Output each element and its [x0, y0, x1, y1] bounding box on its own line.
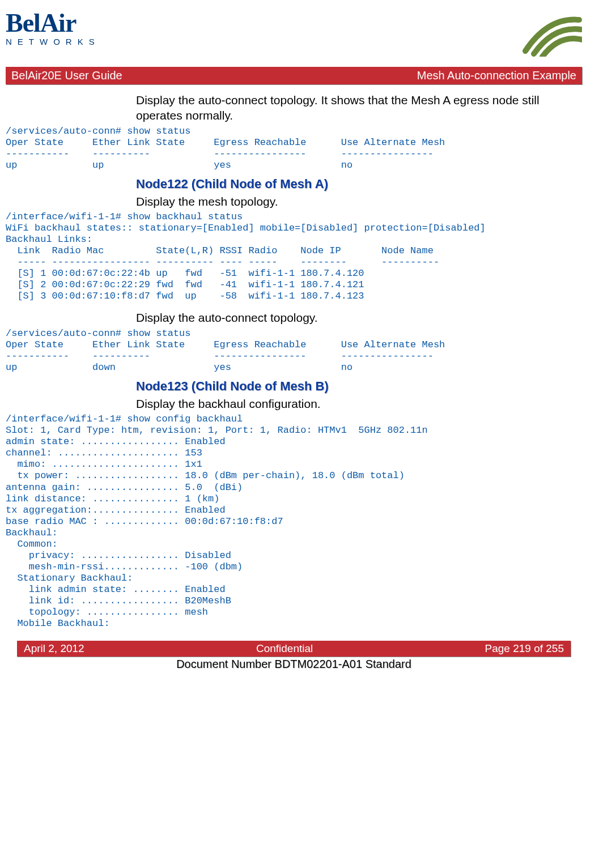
banner-left: BelAir20E User Guide	[11, 69, 122, 82]
cli-output-4: /interface/wifi-1-1# show config backhau…	[6, 414, 582, 629]
paragraph: Display the auto-connect topology.	[136, 310, 582, 325]
cli-output-2: /interface/wifi-1-1# show backhaul statu…	[6, 211, 582, 302]
section-heading-node122: Node122 (Child Node of Mesh A)	[136, 177, 582, 191]
logo: BelAir NETWORKS	[6, 11, 100, 46]
paragraph: Display the mesh topology.	[136, 194, 582, 209]
cli-output-1: /services/auto-conn# show status Oper St…	[6, 126, 582, 171]
cli-output-3: /services/auto-conn# show status Oper St…	[6, 328, 582, 373]
logo-line1: BelAir	[6, 11, 76, 35]
footer-bar: April 2, 2012 Confidential Page 219 of 2…	[17, 641, 571, 657]
paragraph: Display the auto-connect topology. It sh…	[136, 92, 582, 123]
title-banner: BelAir20E User Guide Mesh Auto-connectio…	[6, 67, 582, 84]
banner-right: Mesh Auto-connection Example	[417, 69, 576, 82]
document-number: Document Number BDTM02201-A01 Standard	[6, 658, 582, 671]
logo-line2: NETWORKS	[6, 37, 100, 46]
footer-date: April 2, 2012	[24, 642, 84, 655]
paragraph: Display the backhaul configuration.	[136, 396, 582, 411]
footer-confidential: Confidential	[256, 642, 313, 655]
swirl-icon	[514, 11, 582, 57]
footer-page: Page 219 of 255	[485, 642, 564, 655]
section-heading-node123: Node123 (Child Node of Mesh B)	[136, 379, 582, 394]
